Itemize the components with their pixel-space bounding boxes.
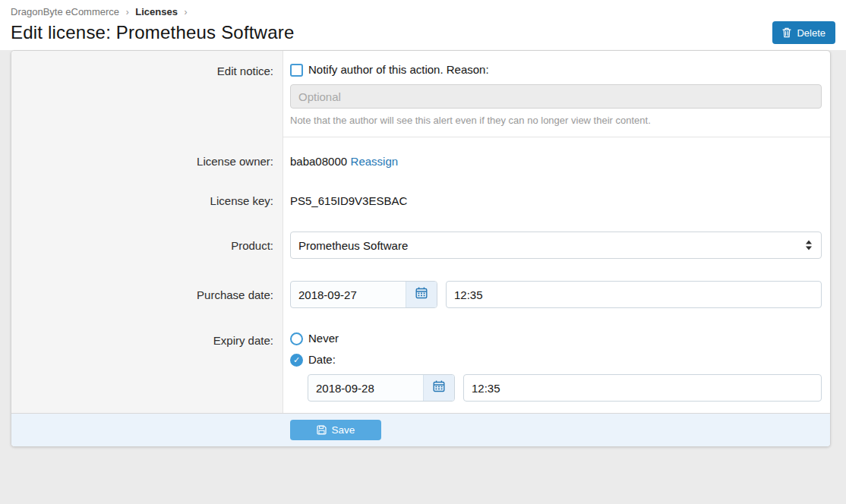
breadcrumb-licenses-link[interactable]: Licenses — [135, 6, 178, 17]
edit-notice-content: Notify author of this action. Reason: No… — [283, 51, 830, 137]
expiry-date-picker-button[interactable] — [423, 375, 454, 401]
purchase-date-label: Purchase date: — [11, 268, 283, 318]
save-button-label: Save — [332, 424, 355, 436]
product-content: Prometheus Software — [283, 220, 830, 268]
trash-icon — [782, 27, 791, 38]
edit-notice-hint: Note that the author will see this alert… — [290, 115, 822, 127]
purchase-date-picker-button[interactable] — [406, 282, 437, 307]
notify-author-choice: Notify author of this action. Reason: — [290, 62, 822, 77]
purchase-date-row: Purchase date: — [11, 268, 830, 318]
edit-license-form: Edit notice: Notify author of this actio… — [11, 50, 831, 447]
license-owner-label: License owner: — [11, 137, 283, 181]
product-label: Product: — [11, 220, 283, 268]
breadcrumb-separator: › — [126, 7, 129, 17]
page-title: Edit license: Prometheus Software — [11, 21, 294, 44]
expiry-radio-group: Never ✓ Date: — [290, 331, 822, 367]
expiry-never-radio[interactable] — [290, 332, 303, 345]
breadcrumb-separator: › — [185, 7, 188, 17]
page-header: DragonByte eCommerce › Licenses › Edit l… — [0, 0, 846, 50]
expiry-never-label: Never — [308, 331, 339, 346]
expiry-time-input[interactable] — [463, 374, 822, 402]
purchase-time-input[interactable] — [446, 281, 822, 308]
edit-notice-label: Edit notice: — [11, 51, 283, 137]
expiry-date-option-label: Date: — [308, 352, 336, 367]
license-key-label: License key: — [11, 181, 283, 220]
delete-button-label: Delete — [797, 27, 825, 39]
notify-author-checkbox[interactable] — [290, 64, 303, 77]
expiry-date-widget — [308, 374, 455, 402]
expiry-date-content: Never ✓ Date: — [283, 318, 830, 413]
breadcrumb-root-link[interactable]: DragonByte eCommerce — [11, 6, 119, 17]
product-select[interactable]: Prometheus Software — [290, 232, 822, 259]
product-row: Product: Prometheus Software — [11, 220, 830, 268]
product-select-wrap: Prometheus Software — [290, 232, 822, 259]
breadcrumb: DragonByte eCommerce › Licenses › — [11, 5, 835, 19]
reassign-link[interactable]: Reassign — [351, 155, 399, 168]
license-key-content: PS5_615ID9V3ESBAC — [283, 181, 830, 220]
notify-author-label: Notify author of this action. Reason: — [308, 62, 489, 77]
expiry-date-input[interactable] — [308, 375, 423, 401]
purchase-date-input[interactable] — [291, 282, 406, 307]
edit-notice-row: Edit notice: Notify author of this actio… — [11, 51, 830, 137]
license-owner-row: License owner: baba08000 Reassign — [11, 137, 830, 181]
save-button[interactable]: Save — [290, 420, 381, 440]
expiry-date-label: Expiry date: — [11, 318, 283, 413]
license-key-value: PS5_615ID9V3ESBAC — [290, 194, 407, 207]
reason-input[interactable] — [290, 84, 822, 109]
calendar-icon — [415, 287, 428, 302]
expiry-never-choice: Never — [290, 331, 822, 346]
calendar-icon — [433, 380, 445, 395]
expiry-date-radio[interactable]: ✓ — [290, 354, 303, 367]
license-owner-content: baba08000 Reassign — [283, 137, 830, 181]
delete-button[interactable]: Delete — [772, 21, 835, 44]
floppy-disk-icon — [317, 425, 327, 435]
title-row: Edit license: Prometheus Software Delete — [11, 21, 835, 44]
purchase-date-content — [283, 268, 830, 318]
purchase-date-widget — [290, 281, 437, 308]
form-footer: Save — [11, 413, 830, 446]
license-key-row: License key: PS5_615ID9V3ESBAC — [11, 181, 830, 220]
license-owner-value: baba08000 — [290, 155, 347, 168]
expiry-date-row: Expiry date: Never ✓ Date: — [11, 318, 830, 413]
expiry-date-choice: ✓ Date: — [290, 352, 822, 367]
